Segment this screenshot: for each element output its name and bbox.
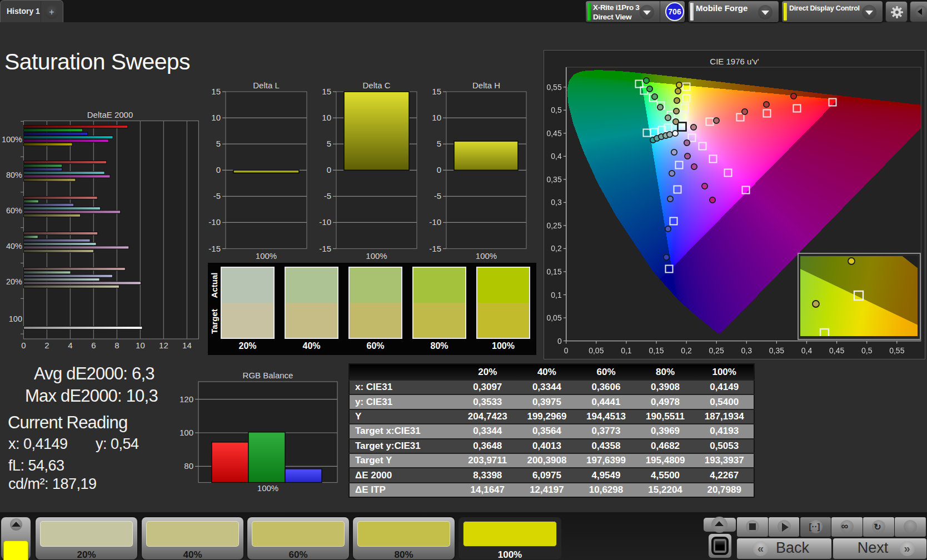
svg-text:-5: -5 (324, 191, 331, 201)
svg-text:6: 6 (91, 341, 96, 350)
svg-text:0,45: 0,45 (546, 129, 561, 138)
svg-text:0,1: 0,1 (621, 346, 632, 355)
svg-text:0,25: 0,25 (709, 346, 724, 355)
svg-text:-15: -15 (208, 244, 221, 253)
svg-text:4: 4 (68, 341, 72, 350)
svg-text:15: 15 (432, 87, 441, 96)
svg-text:100%: 100% (2, 135, 22, 144)
svg-text:0,4: 0,4 (551, 152, 562, 161)
svg-text:0,2: 0,2 (551, 244, 562, 253)
svg-text:8: 8 (114, 341, 119, 350)
svg-text:14: 14 (182, 341, 192, 350)
svg-text:0,05: 0,05 (589, 346, 604, 355)
svg-text:12: 12 (159, 341, 168, 350)
svg-text:DeltaE 2000: DeltaE 2000 (87, 110, 133, 119)
svg-text:100: 100 (9, 314, 22, 323)
svg-text:2: 2 (44, 341, 49, 350)
svg-text:-5: -5 (213, 191, 221, 201)
svg-text:20%: 20% (6, 277, 22, 286)
svg-text:-10: -10 (208, 217, 221, 227)
svg-text:0,25: 0,25 (546, 221, 561, 230)
svg-text:120: 120 (180, 394, 193, 404)
svg-text:5: 5 (327, 139, 331, 148)
svg-text:15: 15 (322, 87, 331, 96)
svg-text:0,35: 0,35 (546, 175, 561, 184)
svg-text:Delta C: Delta C (362, 81, 390, 90)
svg-text:0: 0 (437, 165, 441, 174)
svg-text:100%: 100% (257, 483, 278, 493)
svg-text:0,15: 0,15 (546, 267, 561, 276)
svg-text:Delta H: Delta H (472, 81, 500, 90)
svg-text:RGB Balance: RGB Balance (243, 371, 293, 380)
svg-text:0,05: 0,05 (546, 313, 561, 322)
svg-text:5: 5 (216, 139, 221, 148)
svg-text:0,5: 0,5 (551, 106, 562, 114)
svg-text:60%: 60% (6, 206, 22, 215)
svg-text:15: 15 (211, 87, 221, 96)
svg-text:80: 80 (184, 461, 193, 471)
svg-text:-15: -15 (319, 244, 331, 253)
svg-text:100%: 100% (366, 251, 387, 261)
svg-text:Delta L: Delta L (253, 81, 280, 90)
svg-text:40%: 40% (6, 242, 22, 251)
svg-text:0: 0 (327, 165, 331, 174)
svg-text:0,35: 0,35 (769, 346, 784, 355)
svg-text:0: 0 (216, 165, 221, 174)
svg-text:-5: -5 (434, 191, 441, 201)
svg-text:80%: 80% (6, 171, 22, 179)
svg-text:0,2: 0,2 (681, 346, 692, 355)
svg-text:-10: -10 (319, 217, 331, 227)
svg-text:10: 10 (211, 113, 221, 122)
svg-text:0,1: 0,1 (551, 291, 562, 299)
svg-text:0,55: 0,55 (889, 346, 904, 355)
svg-text:0,3: 0,3 (551, 198, 562, 207)
svg-text:0: 0 (564, 346, 569, 355)
svg-text:0,45: 0,45 (829, 346, 844, 355)
svg-text:0: 0 (21, 341, 26, 350)
svg-text:10: 10 (322, 113, 331, 122)
svg-text:5: 5 (437, 139, 441, 148)
svg-text:10: 10 (432, 113, 441, 122)
svg-text:100%: 100% (476, 251, 497, 261)
svg-text:0,15: 0,15 (649, 346, 664, 355)
svg-text:0,5: 0,5 (861, 346, 873, 355)
svg-text:0,4: 0,4 (801, 346, 813, 355)
svg-text:100: 100 (180, 428, 193, 437)
svg-text:10: 10 (136, 341, 145, 350)
svg-text:0,55: 0,55 (546, 83, 561, 92)
svg-text:-10: -10 (429, 217, 441, 227)
svg-text:0: 0 (557, 337, 562, 346)
svg-text:0,3: 0,3 (741, 346, 752, 355)
svg-text:100%: 100% (256, 251, 277, 261)
svg-text:-15: -15 (429, 244, 441, 253)
